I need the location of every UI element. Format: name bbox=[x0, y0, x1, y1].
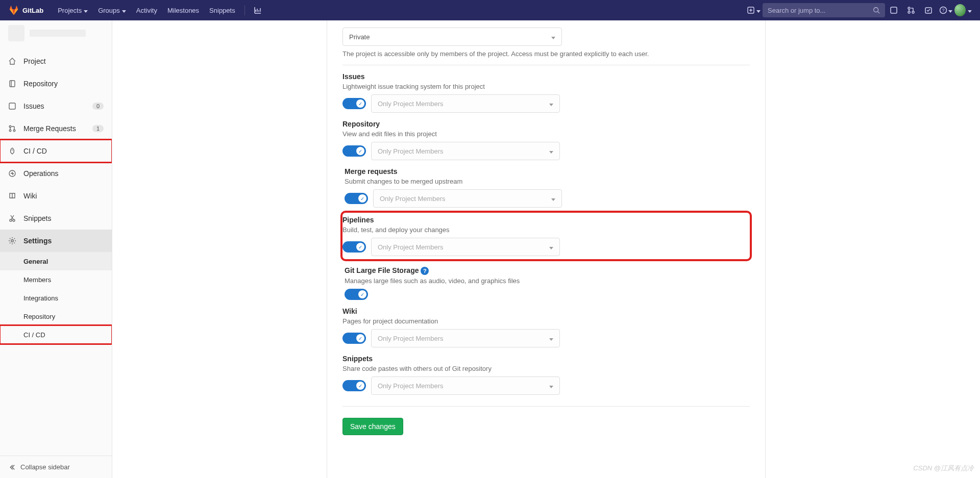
chevron-down-icon bbox=[122, 7, 126, 14]
chevron-down-icon bbox=[549, 147, 553, 155]
lfs-toggle[interactable]: ✓ bbox=[345, 289, 368, 300]
search-icon bbox=[873, 7, 880, 14]
merge-toggle[interactable]: ✓ bbox=[345, 193, 368, 204]
sub-item-integrations[interactable]: Integrations bbox=[0, 289, 112, 307]
chevron-down-icon bbox=[551, 195, 555, 203]
save-button[interactable]: Save changes bbox=[342, 418, 403, 435]
content-area: Private The project is accessible only b… bbox=[112, 20, 980, 478]
issues-section: Issues Lightweight issue tracking system… bbox=[327, 65, 765, 113]
nav-snippets[interactable]: Snippets bbox=[204, 0, 240, 20]
svg-point-16 bbox=[10, 219, 12, 221]
merge-access-select[interactable]: Only Project Members bbox=[373, 189, 562, 208]
brand[interactable]: GitLab bbox=[8, 5, 43, 16]
nav-projects[interactable]: Projects bbox=[53, 0, 93, 20]
svg-point-4 bbox=[908, 11, 910, 13]
merge-requests-icon[interactable] bbox=[902, 0, 920, 20]
chevron-down-icon bbox=[551, 33, 555, 41]
issues-icon[interactable] bbox=[885, 0, 902, 20]
issues-icon bbox=[8, 102, 16, 110]
sidebar-item-label: Repository bbox=[23, 80, 58, 88]
svg-point-12 bbox=[9, 130, 11, 132]
sub-item-repository[interactable]: Repository bbox=[0, 307, 112, 325]
pipelines-access-select[interactable]: Only Project Members bbox=[371, 238, 560, 256]
search-box[interactable] bbox=[763, 3, 885, 17]
rocket-icon bbox=[8, 147, 16, 155]
chevron-down-icon bbox=[549, 100, 553, 108]
watermark: CSDN @江风有点冷 bbox=[913, 464, 974, 473]
snippets-access-select[interactable]: Only Project Members bbox=[371, 376, 560, 395]
repository-toggle[interactable]: ✓ bbox=[342, 145, 366, 157]
merge-requests-section: Merge requests Submit changes to be merg… bbox=[327, 160, 765, 208]
sidebar-item-snippets[interactable]: Snippets bbox=[0, 207, 112, 230]
analytics-icon[interactable] bbox=[249, 0, 266, 20]
sidebar-nav: Project Repository Issues0 Merge Request… bbox=[0, 46, 112, 456]
sidebar-item-label: Merge Requests bbox=[23, 124, 76, 133]
section-title: Issues bbox=[342, 72, 750, 81]
sub-item-members[interactable]: Members bbox=[0, 270, 112, 289]
svg-point-5 bbox=[912, 11, 914, 13]
home-icon bbox=[8, 57, 16, 65]
sidebar-item-label: Operations bbox=[23, 169, 58, 178]
gear-icon bbox=[8, 237, 16, 245]
snippets-toggle[interactable]: ✓ bbox=[342, 380, 366, 391]
gitlab-logo-icon bbox=[8, 5, 19, 16]
sub-item-ci-cd[interactable]: CI / CD bbox=[0, 325, 112, 344]
issues-toggle[interactable]: ✓ bbox=[342, 98, 366, 109]
visibility-section: Private The project is accessible only b… bbox=[327, 20, 765, 65]
chevron-down-icon bbox=[84, 7, 88, 14]
project-header[interactable] bbox=[0, 20, 112, 46]
visibility-select[interactable]: Private bbox=[342, 28, 562, 46]
sidebar-item-repository[interactable]: Repository bbox=[0, 72, 112, 95]
section-title: Git Large File Storage? bbox=[345, 266, 750, 275]
svg-point-17 bbox=[13, 219, 15, 221]
svg-rect-9 bbox=[10, 81, 15, 87]
visibility-hint: The project is accessible only by member… bbox=[342, 50, 750, 58]
wiki-section: Wiki Pages for project documentation ✓ O… bbox=[327, 300, 765, 347]
lfs-section: Git Large File Storage? Manages large fi… bbox=[327, 259, 765, 300]
sub-item-general[interactable]: General bbox=[0, 252, 112, 270]
sidebar-item-settings[interactable]: Settings bbox=[0, 230, 112, 252]
repository-access-select[interactable]: Only Project Members bbox=[371, 142, 560, 160]
help-icon[interactable]: ? bbox=[421, 267, 429, 275]
sidebar-item-project[interactable]: Project bbox=[0, 50, 112, 72]
svg-text:?: ? bbox=[942, 8, 944, 13]
wiki-toggle[interactable]: ✓ bbox=[342, 333, 366, 344]
nav-groups[interactable]: Groups bbox=[93, 0, 131, 20]
svg-point-14 bbox=[12, 149, 13, 150]
sidebar-item-label: Wiki bbox=[23, 192, 37, 200]
merge-icon bbox=[8, 124, 16, 133]
nav-milestones[interactable]: Milestones bbox=[162, 0, 204, 20]
user-menu[interactable] bbox=[954, 0, 972, 20]
svg-point-13 bbox=[13, 130, 15, 132]
plus-menu[interactable] bbox=[745, 0, 763, 20]
section-title: Repository bbox=[342, 120, 750, 128]
pipelines-section: Pipelines Build, test, and deploy your c… bbox=[342, 213, 750, 259]
nav-activity[interactable]: Activity bbox=[131, 0, 162, 20]
repository-section: Repository View and edit files in this p… bbox=[327, 113, 765, 160]
sidebar-item-ci-cd[interactable]: CI / CD bbox=[0, 140, 112, 162]
sidebar-item-merge-requests[interactable]: Merge Requests1 bbox=[0, 117, 112, 140]
sidebar-item-operations[interactable]: Operations bbox=[0, 162, 112, 185]
pipelines-toggle[interactable]: ✓ bbox=[342, 241, 366, 253]
wiki-icon bbox=[8, 192, 16, 200]
sidebar-item-issues[interactable]: Issues0 bbox=[0, 95, 112, 117]
help-icon[interactable]: ? bbox=[937, 0, 954, 20]
avatar bbox=[954, 4, 966, 16]
wiki-access-select[interactable]: Only Project Members bbox=[371, 329, 560, 347]
sidebar-item-wiki[interactable]: Wiki bbox=[0, 185, 112, 207]
issues-access-select[interactable]: Only Project Members bbox=[371, 94, 560, 113]
sidebar-item-label: Issues bbox=[23, 102, 44, 110]
svg-point-1 bbox=[874, 8, 878, 12]
collapse-sidebar[interactable]: Collapse sidebar bbox=[0, 456, 112, 478]
chevron-down-icon bbox=[948, 7, 952, 14]
section-title: Pipelines bbox=[342, 216, 745, 224]
svg-point-11 bbox=[9, 125, 11, 128]
section-desc: Share code pastes with others out of Git… bbox=[342, 365, 750, 372]
svg-point-18 bbox=[11, 240, 13, 242]
sidebar-item-label: Snippets bbox=[23, 214, 51, 222]
nav-separator bbox=[244, 5, 245, 15]
sidebar: Project Repository Issues0 Merge Request… bbox=[0, 20, 112, 478]
todos-icon[interactable] bbox=[920, 0, 937, 20]
search-input[interactable] bbox=[768, 7, 869, 14]
project-avatar bbox=[8, 25, 24, 41]
